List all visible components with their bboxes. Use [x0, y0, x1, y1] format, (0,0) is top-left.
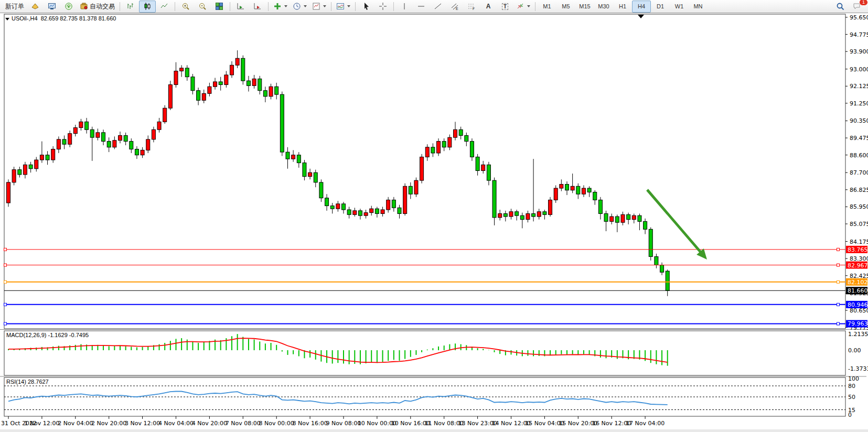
chart-shift-icon [253, 2, 262, 10]
auto-scroll-button[interactable] [232, 1, 249, 13]
terminal-icon [48, 2, 56, 10]
timeframe-h1-button[interactable]: H1 [613, 1, 632, 13]
terminal-button[interactable] [44, 1, 60, 13]
market-watch-button[interactable] [27, 1, 44, 13]
templates-button[interactable] [309, 1, 329, 13]
cursor-tool-button[interactable] [358, 1, 374, 13]
zoom-out-button[interactable] [194, 1, 211, 13]
toolbar-separator [331, 2, 331, 11]
chevron-down-icon [347, 5, 350, 7]
chart-header: USOil-,H4 82.659 82.735 81.378 81.660 [5, 15, 116, 21]
svg-text:F: F [473, 7, 475, 10]
chart-canvas[interactable]: 95.65094.77593.90093.00092.12591.25090.3… [0, 13, 868, 432]
toolbar: 新订单 自动交易 E F A T [0, 0, 868, 13]
horizontal-line-tool-button[interactable] [413, 1, 430, 13]
svg-text:100: 100 [848, 375, 859, 382]
timeframe-d1-button[interactable]: D1 [651, 1, 670, 13]
toolbar-separator [535, 2, 535, 11]
timeframe-mn-button[interactable]: MN [689, 1, 708, 13]
notifications-button[interactable]: 1 [849, 1, 865, 13]
line-chart-type-button[interactable] [156, 1, 173, 13]
channel-tool-button[interactable]: E [446, 1, 463, 13]
svg-text:93.900: 93.900 [850, 48, 868, 55]
toolbar-separator [175, 2, 175, 11]
search-icon [836, 2, 844, 10]
text-label-tool-button[interactable]: T [497, 1, 513, 13]
mt4-window: 新订单 自动交易 E F A T [0, 0, 868, 432]
autotrading-button[interactable]: 自动交易 [77, 1, 117, 13]
svg-text:93.000: 93.000 [850, 66, 868, 73]
trendline-icon [434, 2, 442, 10]
search-button[interactable] [832, 1, 849, 13]
trendline-tool-button[interactable] [430, 1, 446, 13]
chart-symbol-period: USOil-,H4 [12, 15, 38, 21]
svg-text:86.825: 86.825 [850, 187, 868, 193]
timeframe-w1-button[interactable]: W1 [670, 1, 689, 13]
zoom-in-icon [181, 2, 190, 10]
zoom-out-icon [198, 2, 207, 10]
crosshair-icon [379, 2, 387, 10]
template-icon [312, 2, 320, 10]
svg-text:90.350: 90.350 [850, 117, 868, 124]
svg-text:2 Nov 04:00: 2 Nov 04:00 [58, 420, 93, 427]
symbol-dropdown-icon[interactable] [5, 18, 9, 20]
toolbar-separator [355, 2, 356, 11]
macd-indicator-label: MACD(12,26,9) -1.1629 -0.7495 [6, 332, 89, 338]
svg-text:2 Nov 20:00: 2 Nov 20:00 [91, 420, 126, 427]
svg-text:83.300: 83.300 [850, 255, 868, 262]
candlestick-chart-icon [143, 2, 152, 10]
svg-text:80: 80 [848, 383, 855, 390]
svg-text:4 Nov 04:00: 4 Nov 04:00 [158, 420, 194, 427]
autotrading-label: 自动交易 [90, 2, 115, 11]
chart-preview-icon [336, 2, 345, 10]
candlestick-chart-type-button[interactable] [139, 1, 156, 13]
text-tool-icon: A [486, 3, 491, 10]
arrows-tool-button[interactable] [513, 1, 533, 13]
cursor-icon [362, 2, 370, 10]
chart-ohlc-values: 82.659 82.735 81.378 81.660 [41, 15, 116, 21]
fibonacci-icon: F [467, 2, 476, 10]
tile-windows-button[interactable] [211, 1, 228, 13]
signal-button[interactable] [60, 1, 77, 13]
svg-text:4 Nov 20:00: 4 Nov 20:00 [192, 420, 227, 427]
svg-text:8 Nov 00:00: 8 Nov 00:00 [259, 420, 294, 427]
crosshair-tool-button[interactable] [374, 1, 391, 13]
periods-button[interactable] [290, 1, 309, 13]
svg-text:89.475: 89.475 [850, 135, 868, 142]
svg-text:95.650: 95.650 [850, 14, 868, 21]
svg-text:85.950: 85.950 [850, 203, 868, 210]
auto-scroll-icon [237, 2, 245, 10]
horizontal-line-icon [417, 2, 425, 10]
svg-text:8 Nov 16:00: 8 Nov 16:00 [293, 420, 328, 427]
svg-text:17 Nov 04:00: 17 Nov 04:00 [626, 420, 665, 427]
chart-preview-button[interactable] [334, 1, 353, 13]
svg-text:9 Nov 08:00: 9 Nov 08:00 [326, 420, 361, 427]
chevron-down-icon [527, 5, 530, 7]
tile-windows-icon [215, 2, 223, 10]
svg-text:1.2135: 1.2135 [848, 331, 868, 338]
svg-text:0: 0 [848, 412, 852, 418]
market-watch-icon [31, 2, 39, 10]
chart-shift-button[interactable] [249, 1, 266, 13]
timeframe-m1-button[interactable]: M1 [538, 1, 556, 13]
new-order-button[interactable]: 新订单 [3, 1, 27, 13]
svg-text:79.963: 79.963 [848, 320, 868, 327]
arrows-shapes-icon [516, 2, 524, 10]
svg-text:7 Nov 08:00: 7 Nov 08:00 [226, 420, 261, 427]
timeframe-m15-button[interactable]: M15 [575, 1, 594, 13]
toolbar-separator [393, 2, 394, 11]
line-chart-icon [160, 2, 168, 10]
notification-badge: 1 [859, 0, 868, 6]
text-tool-button[interactable]: A [480, 1, 497, 13]
zoom-in-button[interactable] [177, 1, 194, 13]
svg-text:92.125: 92.125 [850, 83, 868, 90]
bar-chart-type-button[interactable] [122, 1, 139, 13]
text-label-icon: T [502, 3, 508, 10]
svg-text:82.967: 82.967 [848, 262, 868, 269]
indicators-button[interactable] [271, 1, 290, 13]
timeframe-m5-button[interactable]: M5 [556, 1, 575, 13]
vertical-line-tool-button[interactable] [396, 1, 413, 13]
timeframe-m30-button[interactable]: M30 [594, 1, 613, 13]
fibonacci-tool-button[interactable]: F [463, 1, 480, 13]
timeframe-h4-button[interactable]: H4 [632, 1, 651, 13]
